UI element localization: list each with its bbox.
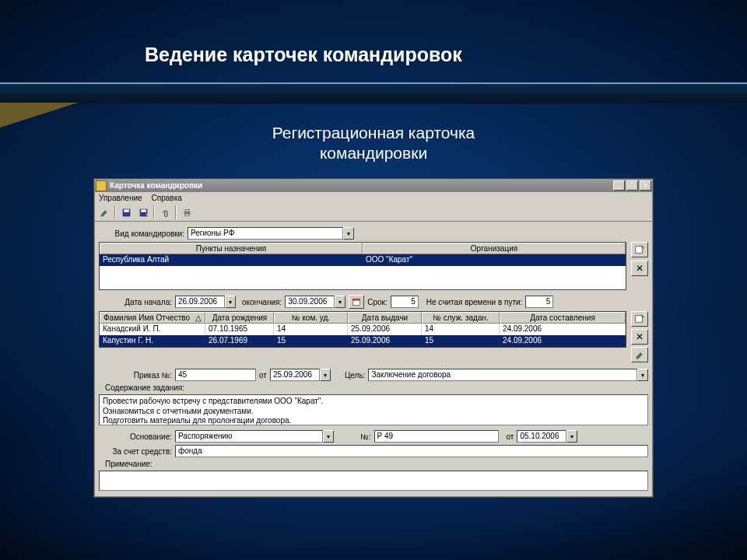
dob-header[interactable]: Дата рождения [205, 312, 274, 324]
svg-rect-6 [185, 214, 189, 215]
window-title: Карточка командировки [110, 181, 613, 190]
komud-header[interactable]: № ком. уд. [274, 312, 348, 324]
save-icon[interactable] [119, 205, 133, 219]
minimize-button[interactable]: _ [613, 180, 625, 191]
toolbar [94, 204, 653, 222]
zadan-header[interactable]: № служ. задан. [422, 312, 500, 324]
add-row-button[interactable] [631, 242, 648, 257]
trip-type-select[interactable]: Регионы РФ [188, 227, 354, 240]
doc-no-label: №: [360, 432, 371, 441]
doc-no-input[interactable]: Р 49 [374, 430, 499, 443]
menubar: Управление Справка [94, 192, 653, 204]
titlebar[interactable]: Карточка командировки _ □ × [94, 179, 653, 192]
start-date-label: Дата начала: [99, 298, 172, 306]
table-row[interactable]: Республика Алтай ООО "Карат" [100, 254, 626, 266]
table-row[interactable]: Капустин Г. Н. 26.07.1969 15 25.09.2006 … [100, 335, 626, 347]
edit-person-button[interactable] [631, 347, 648, 362]
add-person-button[interactable] [631, 311, 648, 327]
dest-header: Пункты назначения [100, 243, 363, 254]
menu-help[interactable]: Справка [152, 194, 182, 202]
funds-input[interactable]: фонда [175, 445, 648, 457]
order-no-label: Приказ №: [99, 371, 172, 380]
app-icon [96, 180, 107, 191]
note-label: Примечание: [105, 460, 167, 468]
slide-subtitle: Регистрационная карточка командировки [0, 123, 747, 164]
org-header: Организация [363, 243, 626, 254]
delete-person-button[interactable]: ✕ [631, 329, 648, 345]
duration-label: Срок: [367, 298, 388, 306]
excl-travel-label: Не считая времени в пути: [426, 298, 523, 306]
svg-rect-5 [185, 209, 189, 211]
goal-select[interactable]: Заключение договора [368, 369, 648, 381]
compose-header[interactable]: Дата составления [500, 312, 626, 324]
menu-manage[interactable]: Управление [99, 194, 142, 202]
svg-rect-10 [636, 316, 643, 323]
svg-rect-3 [141, 209, 146, 212]
doc-from-label: от [507, 432, 514, 441]
funds-label: За счет средств: [99, 447, 172, 456]
table-row[interactable]: Канадский И. П. 07.10.1965 14 25.09.2006… [100, 324, 626, 335]
doc-date-input[interactable]: 05.10.2006 [517, 430, 577, 443]
task-content-textarea[interactable]: Провести рабочую встречу с представителя… [99, 394, 648, 425]
start-date-input[interactable]: 26.09.2006 [175, 296, 236, 308]
decor-band [0, 82, 747, 104]
slide-title: Ведение карточек командировок [145, 44, 462, 66]
saveas-icon[interactable] [136, 205, 150, 219]
basis-select[interactable]: Распоряжению [175, 430, 334, 443]
end-date-input[interactable]: 30.09.2006 [285, 296, 345, 308]
people-grid[interactable]: Фамилия Имя Отчество△ Дата рождения № ко… [99, 311, 626, 348]
svg-rect-9 [353, 299, 360, 300]
fio-header[interactable]: Фамилия Имя Отчество△ [100, 312, 205, 324]
note-textarea[interactable] [99, 471, 648, 491]
order-no-input[interactable]: 45 [175, 369, 256, 381]
print-icon[interactable] [180, 205, 194, 219]
svg-rect-1 [124, 209, 129, 212]
maximize-button[interactable]: □ [626, 180, 638, 191]
task-content-label: Содержание задания: [105, 383, 198, 392]
duration-input[interactable]: 5 [391, 296, 419, 308]
calendar-button[interactable] [349, 295, 364, 309]
basis-label: Основание: [99, 432, 172, 441]
order-date-input[interactable]: 25.09.2006 [270, 369, 331, 381]
destinations-grid[interactable]: Пункты назначения Организация Республика… [99, 242, 626, 290]
goal-label: Цель: [345, 371, 365, 380]
svg-rect-7 [636, 247, 643, 254]
close-button[interactable]: × [640, 180, 651, 191]
order-from-label: от [259, 371, 267, 380]
excl-travel-input[interactable]: 5 [525, 296, 553, 308]
delete-row-button[interactable]: ✕ [631, 261, 648, 276]
edit-icon[interactable] [97, 205, 111, 219]
end-date-label: окончания: [242, 298, 282, 306]
app-window: Карточка командировки _ □ × Управление С… [93, 178, 654, 498]
issue-header[interactable]: Дата выдачи [348, 312, 422, 324]
trip-type-label: Вид командировки: [99, 229, 184, 238]
attach-icon[interactable] [158, 205, 172, 219]
